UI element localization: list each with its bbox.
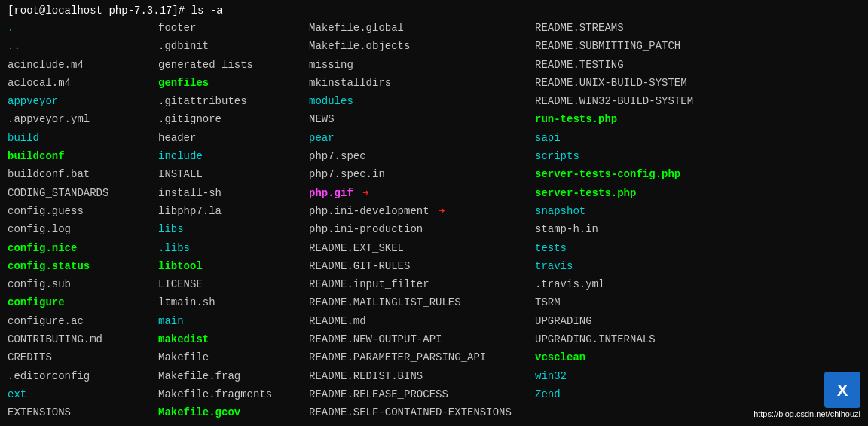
file-entry: . [8,20,158,36]
file-entry: config.status [8,258,158,274]
file-entry: php7.spec [309,148,535,164]
file-entry: sapi [535,130,860,146]
file-entry: Makefile.fragments [158,386,309,403]
file-entry: CONTRIBUTING.md [8,331,158,348]
file-entry: php.gif ➜ [309,185,535,201]
file-entry: NEWS [309,111,535,127]
file-entry: TSRM [535,294,860,311]
file-entry: libtool [158,258,309,274]
file-entry: tests [535,240,860,256]
file-entry: configure.ac [8,313,158,329]
file-entry: UPGRADING [535,313,860,329]
file-entry: travis [535,258,860,274]
file-entry: README.EXT_SKEL [309,240,535,256]
file-entry: makedist [158,331,309,348]
file-entry: LICENSE [158,276,309,293]
terminal: [root@localhost php-7.3.17]# ls -a .foot… [0,0,868,426]
file-entry: php.ini-production [309,221,535,238]
file-entry: Makefile [158,349,309,366]
file-entry: main [158,313,309,329]
file-entry: stamp-h.in [535,221,860,238]
file-entry: install-sh [158,185,309,201]
file-entry: INSTALL [158,166,309,182]
file-entry: generated_lists [158,57,309,73]
file-entry: build [8,130,158,146]
file-entry: snapshot [535,203,860,219]
file-entry: README.REDIST.BINS [309,368,535,385]
file-entry: .. [8,38,158,54]
file-entry: config.sub [8,276,158,293]
file-entry: .gitignore [158,111,309,127]
file-entry: Makefile.gcov [158,404,309,421]
prompt-line: [root@localhost php-7.3.17]# ls -a [8,5,860,17]
file-entry: server-tests-config.php [535,166,860,182]
file-entry: footer [158,20,309,36]
file-entry: config.nice [8,240,158,256]
file-entry: pear [309,130,535,146]
file-entry: mkinstalldirs [309,75,535,91]
file-entry: .appveyor.yml [8,111,158,127]
file-entry: buildconf [8,148,158,164]
file-entry: .editorconfig [8,368,158,385]
file-entry: acinclude.m4 [8,57,158,73]
file-entry: include [158,148,309,164]
file-entry: README.TESTING [535,57,860,73]
file-entry: CODING_STANDARDS [8,185,158,201]
file-entry: run-tests.php [535,111,860,127]
file-entry: aclocal.m4 [8,75,158,91]
file-entry: php7.spec.in [309,166,535,182]
file-entry: server-tests.php [535,185,860,201]
file-entry: README.MAILINGLIST_RULES [309,294,535,311]
file-entry: README.STREAMS [535,20,860,36]
file-entry: libphp7.la [158,203,309,219]
file-entry: README.SELF-CONTAINED-EXTENSIONS [309,404,535,421]
file-entry: README.md [309,313,535,329]
file-entry: ltmain.sh [158,294,309,311]
file-entry: README.UNIX-BUILD-SYSTEM [535,75,860,91]
file-entry: scripts [535,148,860,164]
file-entry: README.input_filter [309,276,535,293]
file-entry: UPGRADING.INTERNALS [535,331,860,348]
file-entry: missing [309,57,535,73]
file-entry: EXTENSIONS [8,404,158,421]
file-entry: header [158,130,309,146]
file-entry: CREDITS [8,349,158,366]
file-entry: .travis.yml [535,276,860,293]
file-entry: libs [158,221,309,238]
file-entry: README.PARAMETER_PARSING_API [309,349,535,366]
file-entry: vcsclean [535,349,860,366]
file-entry: modules [309,93,535,109]
file-entry: php.ini-development ➜ [309,203,535,219]
file-entry: README.WIN32-BUILD-SYSTEM [535,93,860,109]
file-entry: appveyor [8,93,158,109]
file-entry: Makefile.objects [309,38,535,54]
file-entry: Makefile.global [309,20,535,36]
watermark-logo: X [824,372,860,408]
file-entry: .libs [158,240,309,256]
file-entry: ext [8,386,158,403]
file-entry: README.RELEASE_PROCESS [309,386,535,403]
file-grid: .footerMakefile.globalREADME.STREAMS...g… [8,20,860,421]
file-entry: README.GIT-RULES [309,258,535,274]
svg-text:X: X [837,381,848,400]
file-entry: README.SUBMITTING_PATCH [535,38,860,54]
watermark: X https://blog.csdn.net/chihouzi [753,372,860,418]
file-entry: .gdbinit [158,38,309,54]
watermark-url: https://blog.csdn.net/chihouzi [753,409,860,418]
file-entry: config.guess [8,203,158,219]
file-entry: Makefile.frag [158,368,309,385]
file-entry: .gitattributes [158,93,309,109]
file-entry: buildconf.bat [8,166,158,182]
file-entry: config.log [8,221,158,238]
file-entry: README.NEW-OUTPUT-API [309,331,535,348]
file-entry: configure [8,294,158,311]
file-entry: genfiles [158,75,309,91]
